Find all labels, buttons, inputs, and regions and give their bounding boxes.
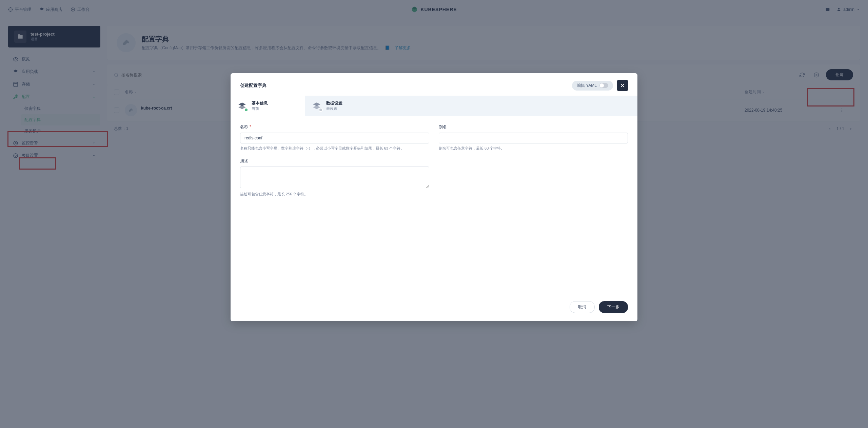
tab-title: 数据设置 — [326, 100, 342, 106]
next-button[interactable]: 下一步 — [599, 301, 628, 313]
desc-hint: 描述可包含任意字符，最长 256 个字符。 — [240, 191, 429, 197]
layers-icon — [311, 100, 322, 111]
desc-textarea[interactable] — [240, 167, 429, 188]
alias-label: 别名 — [439, 124, 628, 130]
alias-input[interactable] — [439, 133, 628, 143]
toggle-switch[interactable] — [599, 83, 608, 88]
alias-hint: 别名可包含任意字符，最长 63 个字符。 — [439, 145, 628, 151]
yaml-toggle-label: 编辑 YAML — [577, 83, 597, 89]
layers-icon — [237, 100, 248, 111]
modal-footer: 取消 下一步 — [231, 295, 637, 321]
name-label: 名称* — [240, 124, 429, 130]
cancel-button[interactable]: 取消 — [570, 301, 595, 313]
tab-sub: 未设置 — [326, 106, 342, 111]
modal-title: 创建配置字典 — [240, 82, 267, 89]
tab-data-settings[interactable]: 数据设置 未设置 — [305, 96, 380, 116]
modal-tabs: 基本信息 当前 数据设置 未设置 — [231, 96, 637, 116]
create-configmap-modal: 创建配置字典 编辑 YAML 基本信息 当前 数据设置 — [231, 73, 637, 321]
desc-label: 描述 — [240, 158, 429, 164]
tab-basic-info[interactable]: 基本信息 当前 — [231, 96, 305, 116]
edit-yaml-toggle[interactable]: 编辑 YAML — [572, 81, 613, 91]
name-input[interactable] — [240, 133, 429, 143]
tab-title: 基本信息 — [252, 100, 268, 106]
modal-form: 名称* 名称只能包含小写字母、数字和连字符（-），必须以小写字母或数字开头和结尾… — [231, 116, 637, 200]
name-hint: 名称只能包含小写字母、数字和连字符（-），必须以小写字母或数字开头和结尾，最长 … — [240, 145, 429, 151]
tab-sub: 当前 — [252, 106, 268, 111]
close-button[interactable] — [617, 80, 628, 91]
